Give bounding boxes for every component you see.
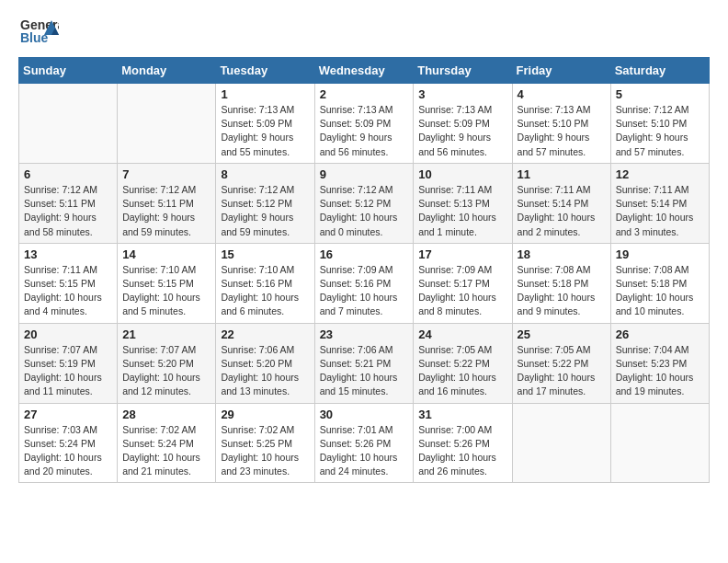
day-number: 2 — [320, 87, 409, 101]
day-number: 15 — [221, 247, 309, 261]
calendar-header: SundayMondayTuesdayWednesdayThursdayFrid… — [19, 58, 710, 84]
day-number: 28 — [122, 408, 210, 421]
calendar-cell: 3Sunrise: 7:13 AMSunset: 5:09 PMDaylight… — [414, 84, 512, 164]
calendar-cell: 10Sunrise: 7:11 AMSunset: 5:13 PMDayligh… — [414, 163, 512, 243]
calendar-week-2: 6Sunrise: 7:12 AMSunset: 5:11 PMDaylight… — [19, 163, 710, 243]
day-number: 31 — [418, 408, 506, 421]
col-header-friday: Friday — [512, 58, 610, 84]
day-number: 8 — [221, 167, 309, 181]
calendar-cell — [19, 84, 118, 164]
day-number: 25 — [518, 327, 606, 341]
svg-text:Blue: Blue — [20, 30, 49, 45]
calendar-cell: 24Sunrise: 7:05 AMSunset: 5:22 PMDayligh… — [414, 323, 512, 403]
calendar-cell: 20Sunrise: 7:07 AMSunset: 5:19 PMDayligh… — [19, 323, 118, 403]
day-number: 6 — [24, 167, 112, 181]
calendar-cell: 19Sunrise: 7:08 AMSunset: 5:18 PMDayligh… — [610, 243, 709, 323]
day-number: 1 — [221, 87, 309, 101]
day-info: Sunrise: 7:12 AMSunset: 5:10 PMDaylight:… — [616, 103, 704, 159]
day-number: 11 — [518, 167, 606, 181]
calendar-cell: 8Sunrise: 7:12 AMSunset: 5:12 PMDaylight… — [216, 163, 314, 243]
calendar-cell: 27Sunrise: 7:03 AMSunset: 5:24 PMDayligh… — [19, 403, 118, 483]
day-info: Sunrise: 7:13 AMSunset: 5:09 PMDaylight:… — [320, 103, 409, 159]
calendar-cell: 9Sunrise: 7:12 AMSunset: 5:12 PMDaylight… — [314, 163, 414, 243]
day-number: 20 — [24, 327, 112, 341]
day-info: Sunrise: 7:09 AMSunset: 5:17 PMDaylight:… — [418, 263, 506, 319]
day-info: Sunrise: 7:00 AMSunset: 5:26 PMDaylight:… — [418, 423, 506, 479]
col-header-wednesday: Wednesday — [314, 58, 414, 84]
calendar-cell: 6Sunrise: 7:12 AMSunset: 5:11 PMDaylight… — [19, 163, 118, 243]
calendar-cell: 11Sunrise: 7:11 AMSunset: 5:14 PMDayligh… — [512, 163, 610, 243]
day-info: Sunrise: 7:11 AMSunset: 5:13 PMDaylight:… — [418, 183, 506, 239]
day-number: 27 — [24, 408, 112, 421]
day-info: Sunrise: 7:06 AMSunset: 5:21 PMDaylight:… — [320, 343, 409, 399]
day-number: 23 — [320, 327, 409, 341]
calendar-cell: 14Sunrise: 7:10 AMSunset: 5:15 PMDayligh… — [118, 243, 216, 323]
calendar-week-5: 27Sunrise: 7:03 AMSunset: 5:24 PMDayligh… — [19, 403, 710, 483]
day-number: 18 — [518, 247, 606, 261]
day-info: Sunrise: 7:08 AMSunset: 5:18 PMDaylight:… — [616, 263, 704, 319]
day-number: 4 — [518, 87, 606, 101]
calendar-cell: 15Sunrise: 7:10 AMSunset: 5:16 PMDayligh… — [216, 243, 314, 323]
day-info: Sunrise: 7:13 AMSunset: 5:09 PMDaylight:… — [221, 103, 309, 159]
day-info: Sunrise: 7:12 AMSunset: 5:11 PMDaylight:… — [24, 183, 112, 239]
day-info: Sunrise: 7:07 AMSunset: 5:19 PMDaylight:… — [24, 343, 112, 399]
calendar-cell: 12Sunrise: 7:11 AMSunset: 5:14 PMDayligh… — [610, 163, 709, 243]
calendar-cell: 18Sunrise: 7:08 AMSunset: 5:18 PMDayligh… — [512, 243, 610, 323]
calendar-cell — [118, 84, 216, 164]
day-info: Sunrise: 7:11 AMSunset: 5:14 PMDaylight:… — [616, 183, 704, 239]
day-info: Sunrise: 7:13 AMSunset: 5:09 PMDaylight:… — [418, 103, 506, 159]
day-number: 10 — [418, 167, 506, 181]
calendar-cell: 23Sunrise: 7:06 AMSunset: 5:21 PMDayligh… — [314, 323, 414, 403]
calendar-body: 1Sunrise: 7:13 AMSunset: 5:09 PMDaylight… — [19, 84, 710, 483]
day-info: Sunrise: 7:03 AMSunset: 5:24 PMDaylight:… — [24, 423, 112, 479]
col-header-saturday: Saturday — [610, 58, 709, 84]
calendar-cell: 25Sunrise: 7:05 AMSunset: 5:22 PMDayligh… — [512, 323, 610, 403]
page-header: General Blue — [18, 15, 710, 50]
day-number: 13 — [24, 247, 112, 261]
day-info: Sunrise: 7:08 AMSunset: 5:18 PMDaylight:… — [518, 263, 606, 319]
calendar-table: SundayMondayTuesdayWednesdayThursdayFrid… — [18, 57, 710, 483]
calendar-cell: 28Sunrise: 7:02 AMSunset: 5:24 PMDayligh… — [118, 403, 216, 483]
day-info: Sunrise: 7:05 AMSunset: 5:22 PMDaylight:… — [418, 343, 506, 399]
day-number: 21 — [122, 327, 210, 341]
day-info: Sunrise: 7:02 AMSunset: 5:25 PMDaylight:… — [221, 423, 309, 479]
day-number: 19 — [616, 247, 704, 261]
day-info: Sunrise: 7:10 AMSunset: 5:15 PMDaylight:… — [122, 263, 210, 319]
logo-icon: General Blue — [18, 15, 59, 50]
col-header-tuesday: Tuesday — [216, 58, 314, 84]
day-number: 12 — [616, 167, 704, 181]
day-number: 17 — [418, 247, 506, 261]
day-number: 3 — [418, 87, 506, 101]
calendar-cell — [610, 403, 709, 483]
day-number: 14 — [122, 247, 210, 261]
day-number: 22 — [221, 327, 309, 341]
day-number: 9 — [320, 167, 409, 181]
day-number: 29 — [221, 408, 309, 421]
calendar-cell: 31Sunrise: 7:00 AMSunset: 5:26 PMDayligh… — [414, 403, 512, 483]
day-info: Sunrise: 7:12 AMSunset: 5:11 PMDaylight:… — [122, 183, 210, 239]
day-info: Sunrise: 7:12 AMSunset: 5:12 PMDaylight:… — [320, 183, 409, 239]
calendar-cell: 26Sunrise: 7:04 AMSunset: 5:23 PMDayligh… — [610, 323, 709, 403]
calendar-week-4: 20Sunrise: 7:07 AMSunset: 5:19 PMDayligh… — [19, 323, 710, 403]
day-info: Sunrise: 7:01 AMSunset: 5:26 PMDaylight:… — [320, 423, 409, 479]
calendar-cell: 4Sunrise: 7:13 AMSunset: 5:10 PMDaylight… — [512, 84, 610, 164]
calendar-cell: 16Sunrise: 7:09 AMSunset: 5:16 PMDayligh… — [314, 243, 414, 323]
day-info: Sunrise: 7:11 AMSunset: 5:15 PMDaylight:… — [24, 263, 112, 319]
day-info: Sunrise: 7:07 AMSunset: 5:20 PMDaylight:… — [122, 343, 210, 399]
day-number: 5 — [616, 87, 704, 101]
col-header-thursday: Thursday — [414, 58, 512, 84]
day-number: 24 — [418, 327, 506, 341]
calendar-week-1: 1Sunrise: 7:13 AMSunset: 5:09 PMDaylight… — [19, 84, 710, 164]
day-info: Sunrise: 7:13 AMSunset: 5:10 PMDaylight:… — [518, 103, 606, 159]
calendar-cell: 21Sunrise: 7:07 AMSunset: 5:20 PMDayligh… — [118, 323, 216, 403]
calendar-cell — [512, 403, 610, 483]
day-info: Sunrise: 7:10 AMSunset: 5:16 PMDaylight:… — [221, 263, 309, 319]
calendar-week-3: 13Sunrise: 7:11 AMSunset: 5:15 PMDayligh… — [19, 243, 710, 323]
logo: General Blue — [18, 15, 59, 50]
day-number: 30 — [320, 408, 409, 421]
calendar-cell: 29Sunrise: 7:02 AMSunset: 5:25 PMDayligh… — [216, 403, 314, 483]
day-info: Sunrise: 7:06 AMSunset: 5:20 PMDaylight:… — [221, 343, 309, 399]
calendar-cell: 13Sunrise: 7:11 AMSunset: 5:15 PMDayligh… — [19, 243, 118, 323]
day-info: Sunrise: 7:02 AMSunset: 5:24 PMDaylight:… — [122, 423, 210, 479]
calendar-cell: 17Sunrise: 7:09 AMSunset: 5:17 PMDayligh… — [414, 243, 512, 323]
